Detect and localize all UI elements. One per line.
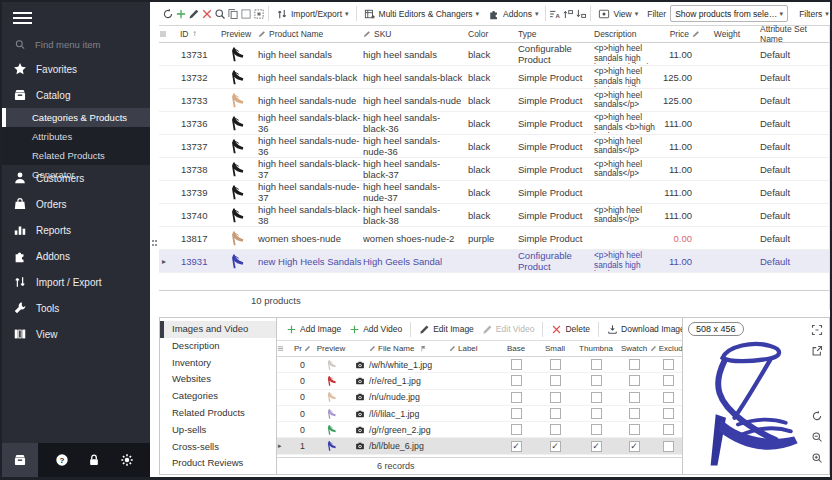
help-button[interactable] [53, 451, 71, 469]
column-header-exclude[interactable]: Exclude [651, 344, 682, 353]
add-video-button[interactable]: Add Video [347, 320, 404, 339]
base-checkbox[interactable] [511, 392, 522, 403]
column-header-swatch[interactable]: Swatch [617, 344, 651, 353]
image-row[interactable]: ▸ 1 /b/l/blue_6.jpg [277, 438, 682, 454]
image-row[interactable]: 0 /w/h/white_1.jpg [277, 357, 682, 373]
exclude-checkbox[interactable] [663, 375, 674, 386]
filters-dropdown[interactable]: Filters ▾ [797, 4, 830, 23]
image-row[interactable]: 0 /r/e/red_1.jpg [277, 373, 682, 389]
product-row[interactable]: ▸ 13931 new High Heels Sandals High Geel… [159, 250, 829, 273]
column-header-product-name[interactable]: Product Name [258, 29, 363, 39]
tab-related-products[interactable]: Related Products [160, 405, 276, 422]
swatch-checkbox[interactable] [629, 408, 640, 419]
add-image-button[interactable]: Add Image [284, 320, 343, 339]
column-header-price[interactable]: Price [662, 29, 704, 39]
import-export-dropdown[interactable]: Import/Export▾ [272, 4, 353, 23]
thumbnail-checkbox[interactable] [591, 375, 602, 386]
sidebar-item-tools[interactable]: Tools [2, 295, 150, 321]
add-product-button[interactable] [175, 5, 187, 23]
column-header-preview[interactable]: Preview [311, 344, 351, 353]
column-header-id[interactable]: ID [174, 29, 214, 39]
thumbnail-checkbox[interactable] [591, 441, 602, 452]
paste-special-button[interactable] [253, 5, 265, 23]
sidebar-item-categories-products[interactable]: Categories & Products [2, 108, 150, 127]
sidebar-item-import-export[interactable]: Import / Export [2, 269, 150, 295]
filter-select[interactable]: Show products from selected categories ▾ [670, 5, 788, 22]
column-header-position[interactable]: Pr [287, 344, 311, 353]
column-header-label[interactable]: Label [449, 344, 497, 353]
tab-categories[interactable]: Categories [160, 388, 276, 405]
small-checkbox[interactable] [550, 392, 561, 403]
exclude-checkbox[interactable] [663, 441, 674, 452]
small-checkbox[interactable] [550, 441, 561, 452]
column-header-thumbnail[interactable]: Thumbna [575, 344, 617, 353]
thumbnail-checkbox[interactable] [591, 359, 602, 370]
sidebar-item-addons[interactable]: Addons [2, 243, 150, 269]
product-row[interactable]: 13739 high heel sandals-nude-37 high hee… [159, 181, 829, 204]
product-row[interactable]: 13737 high heel sandals-nude-36 high hee… [159, 135, 829, 158]
edit-image-button[interactable]: Edit Image [417, 320, 476, 339]
tab-up-sells[interactable]: Up-sells [160, 422, 276, 439]
base-checkbox[interactable] [511, 408, 522, 419]
small-checkbox[interactable] [550, 375, 561, 386]
download-image-button[interactable]: Download Image [605, 320, 682, 339]
thumbnail-checkbox[interactable] [591, 392, 602, 403]
sidebar-item-catalog[interactable]: Catalog [2, 82, 150, 108]
swatch-checkbox[interactable] [629, 441, 640, 452]
swatch-checkbox[interactable] [629, 424, 640, 435]
image-row[interactable]: 0 /l/i/lilac_1.jpg [277, 406, 682, 422]
store-button[interactable] [2, 443, 38, 477]
search-button[interactable] [214, 5, 226, 23]
sidebar-item-related-products-generator[interactable]: Related Products Generator [2, 146, 150, 165]
open-external-button[interactable] [809, 343, 825, 359]
thumbnail-checkbox[interactable] [591, 408, 602, 419]
menu-search-input[interactable]: Find menu item [2, 33, 150, 55]
product-row[interactable]: 13732 high heel sandals-black high heel … [159, 66, 829, 89]
lock-button[interactable] [85, 451, 103, 469]
view-dropdown[interactable]: View▾ [594, 4, 642, 23]
small-checkbox[interactable] [550, 424, 561, 435]
small-checkbox[interactable] [550, 359, 561, 370]
refresh-button[interactable] [162, 5, 174, 23]
sidebar-item-attributes[interactable]: Attributes [2, 127, 150, 146]
tab-product-reviews[interactable]: Product Reviews [160, 455, 276, 472]
swatch-checkbox[interactable] [629, 392, 640, 403]
select-button[interactable] [240, 5, 252, 23]
collapse-button[interactable] [575, 5, 587, 23]
column-header-weight[interactable]: Weight [704, 29, 750, 39]
base-checkbox[interactable] [511, 441, 522, 452]
small-checkbox[interactable] [550, 408, 561, 419]
swatch-checkbox[interactable] [629, 359, 640, 370]
rotate-image-button[interactable] [809, 408, 825, 424]
swatch-checkbox[interactable] [629, 375, 640, 386]
tab-description[interactable]: Description [160, 338, 276, 355]
thumbnail-checkbox[interactable] [591, 424, 602, 435]
exclude-checkbox[interactable] [663, 359, 674, 370]
column-header-description[interactable]: Description [594, 29, 662, 39]
sidebar-item-customers[interactable]: Customers [2, 165, 150, 191]
zoom-in-button[interactable] [809, 450, 825, 466]
sort-button[interactable] [549, 5, 561, 23]
delete-image-button[interactable]: Delete [549, 320, 592, 339]
product-row[interactable]: 13817 women shoes-nude women shoes-nude-… [159, 227, 829, 250]
product-row[interactable]: 13740 high heel sandals-black-38 high he… [159, 204, 829, 227]
expand-button[interactable] [562, 5, 574, 23]
delete-product-button[interactable] [201, 5, 213, 23]
column-header-attribute-set[interactable]: Attribute Set Name [750, 24, 829, 44]
column-header-small[interactable]: Small [535, 344, 575, 353]
tab-inventory[interactable]: Inventory [160, 355, 276, 372]
image-row[interactable]: 0 /g/r/green_2.jpg [277, 422, 682, 438]
base-checkbox[interactable] [511, 359, 522, 370]
base-checkbox[interactable] [511, 375, 522, 386]
tab-images-and-video[interactable]: Images and Video [160, 321, 276, 338]
exclude-checkbox[interactable] [663, 408, 674, 419]
exclude-checkbox[interactable] [663, 392, 674, 403]
column-chooser-button[interactable] [159, 30, 174, 38]
addons-dropdown[interactable]: Addons▾ [484, 4, 542, 23]
edit-video-button[interactable]: Edit Video [480, 320, 537, 339]
product-row[interactable]: 13736 high heel sandals-black-36 high he… [159, 112, 829, 135]
edit-product-button[interactable] [188, 5, 200, 23]
settings-button[interactable] [118, 451, 136, 469]
multi-editors-dropdown[interactable]: Multi Editors & Changers▾ [360, 4, 484, 23]
zoom-out-button[interactable] [809, 429, 825, 445]
